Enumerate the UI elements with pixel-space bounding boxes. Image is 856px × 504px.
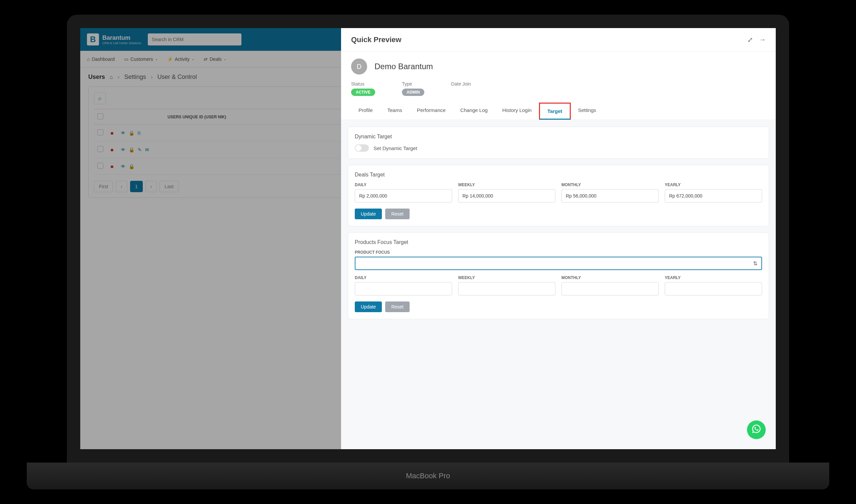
drawer-tabs: Profile Teams Performance Change Log His…	[341, 103, 776, 120]
avatar: D	[351, 58, 367, 74]
meta-status: Status ACTIVE	[351, 81, 375, 96]
tab-teams[interactable]: Teams	[380, 103, 410, 120]
product-daily-input[interactable]	[355, 282, 452, 295]
drawer-body: Dynamic Target Set Dynamic Target Deals …	[341, 120, 776, 449]
dynamic-target-card: Dynamic Target Set Dynamic Target	[348, 127, 769, 159]
expand-icon[interactable]: ⤢	[747, 36, 753, 44]
meta-label: Date Join	[451, 81, 471, 87]
profile-name: Demo Barantum	[374, 62, 433, 71]
product-monthly-input[interactable]	[561, 282, 659, 295]
product-focus-select[interactable]	[355, 257, 762, 270]
reset-button[interactable]: Reset	[385, 302, 410, 312]
type-badge: ADMIN	[402, 89, 424, 96]
card-title: Deals Target	[355, 172, 762, 178]
field-daily: DAILY	[355, 275, 452, 295]
card-title: Products Focus Target	[355, 239, 762, 245]
field-weekly: WEEKLY	[458, 275, 555, 295]
deals-target-card: Deals Target DAILY WEEKLY MONT	[348, 165, 769, 226]
field-label: WEEKLY	[458, 275, 555, 280]
toggle-knob	[355, 145, 361, 151]
update-button[interactable]: Update	[355, 302, 382, 312]
profile-meta: Status ACTIVE Type ADMIN Date Join	[341, 78, 776, 103]
reset-button[interactable]: Reset	[385, 209, 410, 219]
profile-row: D Demo Barantum	[341, 52, 776, 78]
field-label: MONTHLY	[561, 182, 659, 187]
field-daily: DAILY	[355, 182, 452, 202]
field-label: DAILY	[355, 275, 452, 280]
close-icon[interactable]: →	[759, 36, 766, 44]
device-label: MacBook Pro	[406, 472, 450, 480]
product-weekly-input[interactable]	[458, 282, 555, 295]
card-title: Dynamic Target	[355, 134, 762, 140]
status-badge: ACTIVE	[351, 89, 375, 96]
quick-preview-drawer: Quick Preview ⤢ → D Demo Barantum Status…	[341, 28, 776, 449]
laptop-base: MacBook Pro	[27, 463, 829, 489]
whatsapp-fab[interactable]	[747, 420, 766, 439]
tab-settings[interactable]: Settings	[571, 103, 604, 120]
button-row: Update Reset	[355, 302, 762, 312]
app-window: B Barantum CRM & Call Center Solutions ⌂…	[80, 28, 776, 449]
laptop-screen: B Barantum CRM & Call Center Solutions ⌂…	[67, 15, 789, 463]
button-row: Update Reset	[355, 209, 762, 219]
product-field-grid: DAILY WEEKLY MONTHLY	[355, 275, 762, 295]
field-weekly: WEEKLY	[458, 182, 555, 202]
field-yearly: YEARLY	[665, 275, 762, 295]
product-focus-select-wrap: ⇅	[355, 257, 762, 270]
dynamic-target-toggle[interactable]	[355, 144, 369, 152]
field-label: YEARLY	[665, 182, 762, 187]
drawer-actions: ⤢ →	[747, 36, 766, 44]
monthly-input[interactable]	[561, 189, 659, 202]
toggle-label: Set Dynamic Target	[374, 145, 417, 151]
tab-profile[interactable]: Profile	[351, 103, 380, 120]
field-label: MONTHLY	[561, 275, 659, 280]
field-yearly: YEARLY	[665, 182, 762, 202]
products-focus-card: Products Focus Target PRODUCT FOCUS ⇅ DA…	[348, 232, 769, 319]
product-yearly-input[interactable]	[665, 282, 762, 295]
daily-input[interactable]	[355, 189, 452, 202]
weekly-input[interactable]	[458, 189, 555, 202]
meta-type: Type ADMIN	[402, 81, 424, 96]
tab-history-login[interactable]: History Login	[495, 103, 539, 120]
field-label: PRODUCT FOCUS	[355, 250, 762, 255]
drawer-header: Quick Preview ⤢ →	[341, 28, 776, 52]
field-monthly: MONTHLY	[561, 275, 659, 295]
tab-performance[interactable]: Performance	[410, 103, 453, 120]
field-label: WEEKLY	[458, 182, 555, 187]
tab-change-log[interactable]: Change Log	[453, 103, 495, 120]
whatsapp-icon	[751, 424, 761, 436]
toggle-row: Set Dynamic Target	[355, 144, 762, 152]
meta-label: Type	[402, 81, 424, 87]
deals-field-grid: DAILY WEEKLY MONTHLY	[355, 182, 762, 202]
field-monthly: MONTHLY	[561, 182, 659, 202]
laptop-frame: B Barantum CRM & Call Center Solutions ⌂…	[27, 15, 829, 489]
meta-label: Status	[351, 81, 375, 87]
update-button[interactable]: Update	[355, 209, 382, 219]
drawer-title: Quick Preview	[351, 35, 401, 44]
field-label: DAILY	[355, 182, 452, 187]
field-label: YEARLY	[665, 275, 762, 280]
meta-date-join: Date Join	[451, 81, 471, 96]
tab-target[interactable]: Target	[539, 103, 571, 120]
yearly-input[interactable]	[665, 189, 762, 202]
